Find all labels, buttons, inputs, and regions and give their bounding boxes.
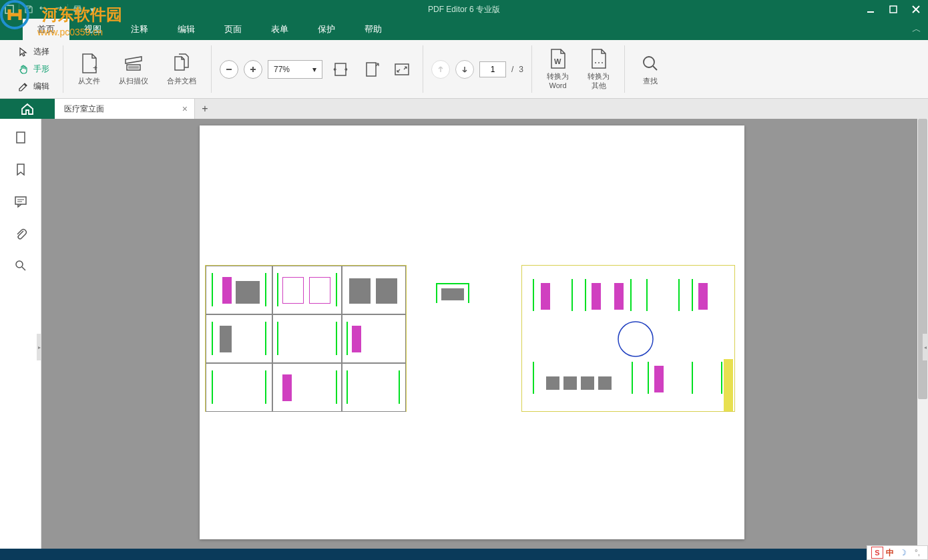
print-icon[interactable] <box>71 3 84 16</box>
svg-point-20 <box>602 62 603 63</box>
scanner-icon <box>123 53 144 74</box>
zoom-combo[interactable]: 77% ▾ <box>268 60 322 79</box>
ime-toolbar: S 中 ☽ °, <box>867 545 928 560</box>
fit-width-button[interactable] <box>328 43 353 96</box>
viewer[interactable]: ◂ <box>41 119 928 549</box>
menu-page[interactable]: 页面 <box>210 19 256 40</box>
detail-callout-circle <box>616 319 656 359</box>
svg-rect-0 <box>5 5 13 13</box>
zoom-out-button[interactable] <box>220 60 238 79</box>
svg-point-29 <box>618 322 653 356</box>
find-button[interactable]: 查找 <box>633 43 668 96</box>
maximize-button[interactable] <box>884 3 903 16</box>
drawing-titleblock-left <box>205 265 407 412</box>
quick-access-toolbar: ▾ <box>3 3 99 16</box>
fit-page-button[interactable] <box>359 43 384 96</box>
file-add-icon: + <box>79 53 100 74</box>
attachments-icon[interactable] <box>13 226 29 242</box>
svg-rect-23 <box>17 132 25 143</box>
hand-tool[interactable]: 手形 <box>15 61 52 77</box>
dropdown-icon: ▾ <box>312 65 316 74</box>
add-tab-button[interactable]: + <box>195 99 215 119</box>
svg-rect-24 <box>15 197 26 204</box>
thumbnails-icon[interactable] <box>13 129 29 146</box>
ribbon-group-find: 查找 <box>628 40 673 98</box>
svg-rect-5 <box>890 6 897 13</box>
right-panel-expand-handle[interactable]: ◂ <box>923 334 928 360</box>
document-tab[interactable]: 医疗室立面 × <box>55 99 195 119</box>
separator <box>211 45 212 93</box>
undo-icon[interactable] <box>37 3 50 16</box>
page-number-input[interactable] <box>479 61 506 77</box>
ime-moon-icon[interactable]: ☽ <box>897 547 909 559</box>
word-file-icon: W <box>547 48 569 69</box>
separator <box>63 45 63 93</box>
ribbon-group-convert: W 转换为 Word 转换为 其他 <box>535 40 622 98</box>
window-controls <box>861 3 925 16</box>
menu-form[interactable]: 表单 <box>256 19 303 40</box>
document-tab-label: 医疗室立面 <box>64 103 104 115</box>
titlebar: ▾ PDF Editor 6 专业版 <box>0 0 928 19</box>
convert-other-label: 转换为 其他 <box>588 72 610 89</box>
edit-icon <box>17 81 29 93</box>
svg-line-22 <box>653 66 657 70</box>
redo-icon[interactable] <box>51 3 65 16</box>
from-scanner-button[interactable]: 从扫描仪 <box>112 43 155 96</box>
merge-button[interactable]: 合并文档 <box>160 43 203 96</box>
zoom-in-button[interactable] <box>244 60 262 79</box>
svg-point-21 <box>644 57 654 67</box>
save-icon[interactable] <box>22 3 35 16</box>
separator <box>67 4 68 15</box>
fullscreen-button[interactable] <box>389 43 415 96</box>
search-panel-icon[interactable] <box>13 258 29 274</box>
page-total: 3 <box>519 65 523 74</box>
content-area: ▸ <box>0 119 928 549</box>
home-icon <box>20 101 35 116</box>
prev-page-button[interactable] <box>431 60 450 79</box>
menu-edit[interactable]: 编辑 <box>163 19 210 40</box>
next-page-button[interactable] <box>455 60 474 79</box>
separator <box>423 45 423 93</box>
comments-icon[interactable] <box>13 194 29 210</box>
svg-text:+: + <box>93 63 97 73</box>
collapse-ribbon-icon[interactable]: ︿ <box>912 23 921 35</box>
ribbon: 选择 手形 编辑 + <box>0 40 928 99</box>
tab-close-icon[interactable]: × <box>182 103 188 114</box>
menu-home[interactable]: 首页 <box>23 19 69 40</box>
from-file-button[interactable]: + 从文件 <box>71 43 107 96</box>
menu-protect[interactable]: 保护 <box>303 19 350 40</box>
drawing-titleblock-right <box>521 265 735 412</box>
menu-annotate[interactable]: 注释 <box>116 19 163 40</box>
ime-lang-label[interactable]: 中 <box>886 547 894 559</box>
select-tool[interactable]: 选择 <box>15 44 52 60</box>
convert-to-word-button[interactable]: W 转换为 Word <box>540 43 575 96</box>
dropdown-icon[interactable]: ▾ <box>85 3 99 16</box>
home-tab[interactable] <box>0 99 55 119</box>
bookmarks-icon[interactable] <box>13 162 29 178</box>
zoom-value: 77% <box>274 65 290 74</box>
edit-tool[interactable]: 编辑 <box>15 79 52 95</box>
separator <box>624 45 625 93</box>
ribbon-group-zoom: 77% ▾ <box>214 40 420 98</box>
menu-view[interactable]: 视图 <box>69 19 116 40</box>
hand-icon <box>17 63 29 75</box>
separator <box>19 4 19 15</box>
minimize-button[interactable] <box>861 3 880 16</box>
convert-word-label: 转换为 Word <box>547 72 569 89</box>
menu-help[interactable]: 帮助 <box>350 19 397 40</box>
ime-punct-icon[interactable]: °, <box>911 547 923 559</box>
convert-to-other-button[interactable]: 转换为 其他 <box>581 43 616 96</box>
svg-rect-15 <box>367 63 376 76</box>
drawing-detail-center <box>433 280 473 307</box>
sidebar: ▸ <box>0 119 41 549</box>
app-logo-icon <box>3 3 16 16</box>
close-button[interactable] <box>907 3 925 16</box>
ime-logo-icon[interactable]: S <box>871 547 883 559</box>
search-icon <box>640 53 661 74</box>
svg-rect-14 <box>335 63 346 75</box>
svg-text:W: W <box>554 57 561 65</box>
ribbon-group-nav: / 3 <box>426 40 529 98</box>
svg-rect-16 <box>395 64 409 75</box>
app-title: PDF Editor 6 专业版 <box>428 4 500 15</box>
other-file-icon <box>588 48 610 69</box>
